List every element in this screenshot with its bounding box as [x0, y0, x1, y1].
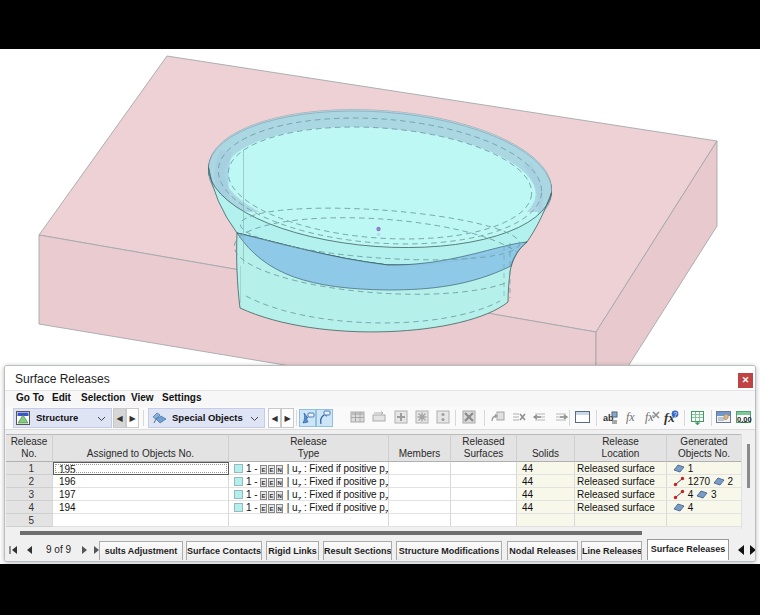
svg-text:?: ? [673, 411, 677, 418]
svg-text:fx: fx [626, 410, 635, 424]
